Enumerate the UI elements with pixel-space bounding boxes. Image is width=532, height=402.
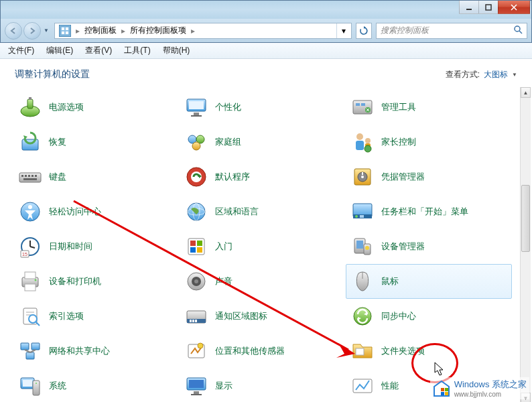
cp-item-folder-options[interactable]: 文件夹选项 [346,334,512,368]
cp-item-label: 轻松访问中心 [49,206,101,218]
cp-item-system[interactable]: 系统 [13,368,180,402]
svg-rect-15 [441,392,444,395]
breadcrumb-sep-icon: ▸ [189,26,197,36]
view-by: 查看方式: 大图标 ▼ [446,69,517,80]
cp-item-label: 显示 [215,380,232,392]
folder-icon [350,339,375,363]
cp-item-label: 入门 [215,241,232,253]
cp-item-parental[interactable]: 家长控制 [346,125,512,159]
location-icon [184,339,208,363]
cp-item-label: 凭据管理器 [381,171,425,183]
cp-item-label: 恢复 [49,136,66,148]
perf-icon [350,374,375,398]
speaker-icon [184,269,208,293]
menu-tools[interactable]: 工具(T) [119,44,155,58]
svg-rect-8 [66,31,68,34]
getting-started-icon [184,234,208,259]
chevron-down-icon[interactable]: ▼ [512,72,517,78]
scrollbar[interactable]: ▲ ▼ [520,87,531,402]
nav-buttons: ▼ [5,22,50,40]
menu-help[interactable]: 帮助(H) [157,44,196,58]
search-input[interactable]: 搜索控制面板 [376,23,527,39]
cp-item-sync-center[interactable]: 同步中心 [346,299,512,334]
control-panel-icon [59,25,71,37]
maximize-button[interactable] [478,1,498,14]
cp-item-keyboard[interactable]: 键盘 [13,159,180,194]
menu-edit[interactable]: 编辑(E) [41,44,78,58]
scroll-up-button[interactable]: ▲ [521,87,531,98]
svg-rect-1 [486,5,491,10]
system-icon [18,374,42,398]
cp-item-mouse[interactable]: 鼠标 [346,264,512,299]
cp-item-label: 位置和其他传感器 [215,345,285,357]
cp-item-network-sharing[interactable]: 网络和共享中心 [13,334,180,368]
cp-item-display[interactable]: 显示 [180,368,346,402]
cp-item-personalization[interactable]: 个性化 [180,90,346,125]
tray-icon [184,304,208,328]
cp-item-notification-icons[interactable]: 通知区域图标 [180,299,346,334]
view-by-value[interactable]: 大图标 [484,69,508,80]
breadcrumb-root[interactable]: 控制面板 [82,23,119,38]
page-title: 调整计算机的设置 [15,68,90,80]
cp-item-device-manager[interactable]: 设备管理器 [346,229,512,264]
breadcrumb-current[interactable]: 所有控制面板项 [127,23,189,38]
cp-item-date-time[interactable]: 日期和时间 [13,229,180,264]
svg-rect-13 [441,388,444,391]
cp-item-power-options[interactable]: 电源选项 [13,90,180,125]
battery-icon [18,95,42,119]
vault-icon [350,165,375,189]
svg-rect-0 [466,9,472,10]
minimize-button[interactable] [459,1,479,14]
cp-item-region-language[interactable]: 区域和语言 [180,194,346,229]
default-prog-icon [184,165,208,189]
cp-item-homegroup[interactable]: 家庭组 [180,125,346,159]
watermark-logo-icon [433,380,450,397]
watermark-url: www.bjjmlv.com [454,391,527,398]
cp-item-default-programs[interactable]: 默认程序 [180,159,346,194]
content-header: 调整计算机的设置 查看方式: 大图标 ▼ [0,59,532,87]
nav-history-dropdown-icon[interactable]: ▼ [42,27,50,34]
network-icon [18,339,42,363]
refresh-button[interactable] [356,23,372,39]
watermark: Windows 系统之家 www.bjjmlv.com [430,377,529,399]
svg-point-9 [515,26,520,31]
cp-item-label: 键盘 [49,171,66,183]
forward-button[interactable] [23,22,41,40]
cp-item-indexing[interactable]: 索引选项 [13,299,180,334]
ease-icon [18,200,42,224]
display-icon [184,374,208,398]
monitor-icon [184,95,208,119]
cp-item-label: 任务栏和「开始」菜单 [381,206,468,218]
svg-rect-14 [445,388,448,391]
sync-icon [350,304,375,328]
close-button[interactable] [498,1,530,14]
back-button[interactable] [5,22,22,40]
watermark-brand: Windows 系统之家 [454,379,527,391]
cp-item-label: 声音 [215,275,232,287]
cp-item-label: 区域和语言 [215,206,259,218]
cp-item-location-sensors[interactable]: 位置和其他传感器 [180,334,346,368]
cp-item-recovery[interactable]: 恢复 [13,125,180,159]
svg-line-10 [519,31,522,34]
cp-item-label: 电源选项 [49,101,84,113]
cp-item-admin-tools[interactable]: 管理工具 [346,90,512,125]
window-titlebar [0,0,532,19]
cp-item-credential-manager[interactable]: 凭据管理器 [346,159,512,194]
cp-item-getting-started[interactable]: 入门 [180,229,346,264]
cp-item-label: 同步中心 [381,310,416,322]
parental-icon [350,130,375,154]
address-dropdown-icon[interactable]: ▾ [336,23,350,38]
scroll-thumb[interactable] [521,185,530,252]
search-placeholder: 搜索控制面板 [381,25,429,36]
address-bar[interactable]: ▸ 控制面板 ▸ 所有控制面板项 ▸ ▾ [54,23,352,39]
cp-item-devices-printers[interactable]: 设备和打印机 [13,264,180,299]
search-icon [513,25,523,36]
menu-file[interactable]: 文件(F) [3,44,40,58]
cp-item-sound[interactable]: 声音 [180,264,346,299]
cp-item-ease-of-access[interactable]: 轻松访问中心 [13,194,180,229]
svg-rect-7 [62,31,64,34]
cp-item-label: 家庭组 [215,136,241,148]
cp-item-taskbar-start[interactable]: 任务栏和「开始」菜单 [346,194,512,229]
scroll-track[interactable] [521,98,531,393]
menu-view[interactable]: 查看(V) [80,44,117,58]
